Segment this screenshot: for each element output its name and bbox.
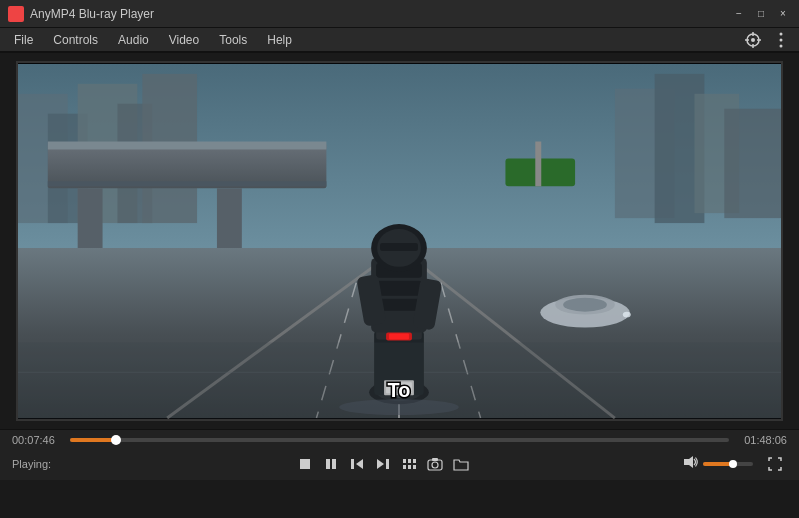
svg-point-36: [623, 312, 631, 318]
control-bar: 00:07:46 01:48:06 Playing:: [0, 429, 799, 480]
svg-point-35: [563, 298, 607, 312]
svg-rect-68: [403, 465, 406, 469]
svg-rect-73: [432, 458, 438, 461]
menu-bar: File Controls Audio Video Tools Help: [0, 28, 799, 52]
svg-text:To: To: [388, 379, 411, 401]
svg-rect-23: [48, 181, 327, 186]
more-options-icon[interactable]: [767, 26, 795, 54]
progress-fill: [70, 438, 116, 442]
time-current: 00:07:46: [12, 434, 62, 446]
svg-rect-62: [351, 459, 354, 469]
playback-controls: [82, 452, 683, 476]
status-text: Playing:: [12, 458, 82, 470]
svg-marker-61: [356, 459, 363, 469]
svg-marker-63: [377, 459, 384, 469]
svg-rect-69: [408, 465, 411, 469]
stop-button[interactable]: [293, 452, 317, 476]
menu-file[interactable]: File: [4, 31, 43, 49]
close-button[interactable]: ×: [775, 6, 791, 22]
title-text: AnyMP4 Blu-ray Player: [30, 7, 731, 21]
svg-rect-58: [300, 459, 310, 469]
time-total: 01:48:06: [737, 434, 787, 446]
svg-point-72: [432, 462, 438, 468]
app-icon: [8, 6, 24, 22]
menu-audio[interactable]: Audio: [108, 31, 159, 49]
menu-controls[interactable]: Controls: [43, 31, 108, 49]
bottom-row: Playing:: [12, 450, 787, 478]
svg-rect-66: [408, 459, 411, 463]
svg-point-6: [780, 32, 783, 35]
svg-point-7: [780, 38, 783, 41]
progress-track[interactable]: [70, 438, 729, 442]
chapters-button[interactable]: [397, 452, 421, 476]
progress-thumb: [111, 435, 121, 445]
menu-tools[interactable]: Tools: [209, 31, 257, 49]
svg-rect-47: [389, 334, 409, 340]
svg-marker-74: [684, 456, 693, 468]
volume-slider[interactable]: [703, 462, 753, 466]
maximize-button[interactable]: □: [753, 6, 769, 22]
svg-rect-18: [724, 109, 781, 218]
right-controls: [683, 452, 787, 476]
svg-rect-70: [413, 465, 416, 469]
progress-row: 00:07:46 01:48:06: [12, 434, 787, 446]
snapshot-button[interactable]: [423, 452, 447, 476]
window-controls: − □ ×: [731, 6, 791, 22]
video-scene: To: [18, 63, 781, 419]
title-bar: AnyMP4 Blu-ray Player − □ ×: [0, 0, 799, 28]
menu-video[interactable]: Video: [159, 31, 209, 49]
menu-help[interactable]: Help: [257, 31, 302, 49]
svg-rect-59: [326, 459, 330, 469]
volume-icon[interactable]: [683, 455, 699, 473]
volume-thumb: [729, 460, 737, 468]
svg-rect-65: [403, 459, 406, 463]
svg-point-8: [780, 44, 783, 47]
svg-point-5: [751, 38, 755, 42]
pause-button[interactable]: [319, 452, 343, 476]
svg-rect-64: [386, 459, 389, 469]
fullscreen-button[interactable]: [763, 452, 787, 476]
prev-button[interactable]: [345, 452, 369, 476]
svg-rect-44: [376, 281, 422, 296]
minimize-button[interactable]: −: [731, 6, 747, 22]
svg-rect-60: [332, 459, 336, 469]
video-container: To: [16, 61, 783, 421]
svg-rect-67: [413, 459, 416, 463]
open-button[interactable]: [449, 452, 473, 476]
next-button[interactable]: [371, 452, 395, 476]
screenshot-icon[interactable]: [739, 26, 767, 54]
svg-rect-50: [380, 243, 418, 251]
svg-rect-22: [48, 142, 327, 150]
svg-rect-25: [535, 142, 541, 187]
